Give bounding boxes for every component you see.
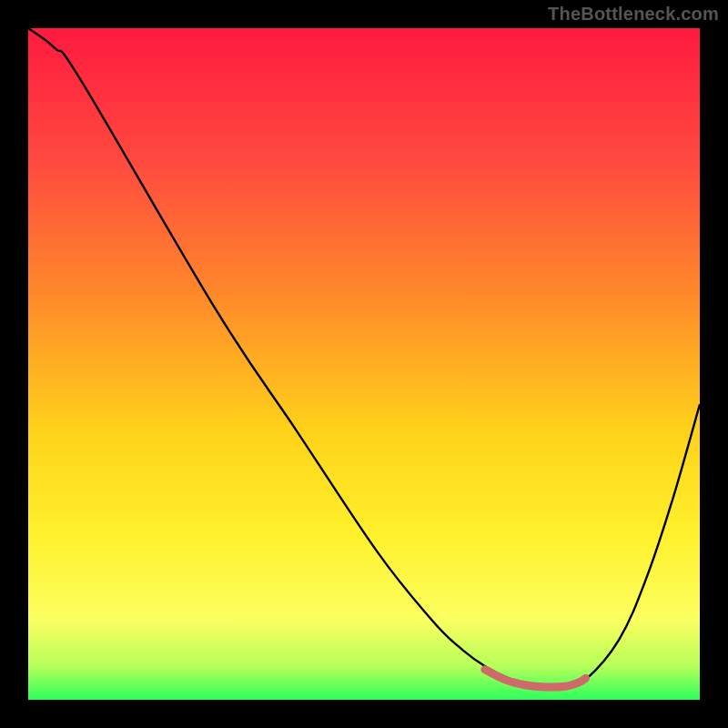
chart-svg xyxy=(28,28,700,700)
gradient-background xyxy=(28,28,700,700)
watermark-text: TheBottleneck.com xyxy=(548,4,719,25)
plot-area xyxy=(28,28,700,700)
chart-frame: TheBottleneck.com xyxy=(0,0,728,728)
